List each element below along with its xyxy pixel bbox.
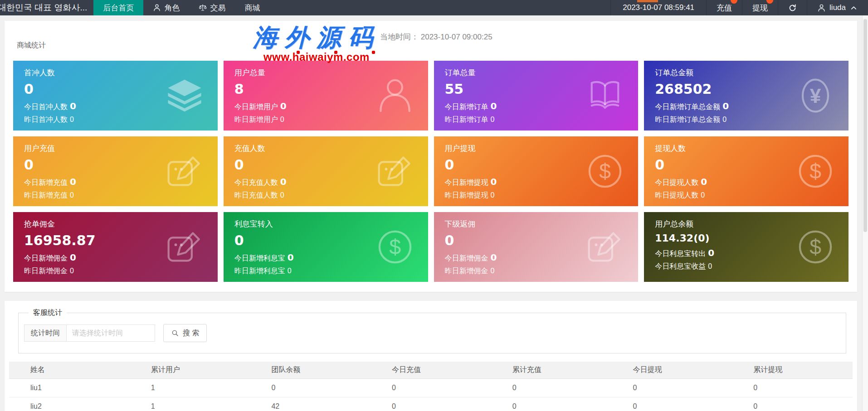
edit-icon bbox=[167, 229, 202, 265]
card-title: 用户充值 bbox=[24, 143, 207, 154]
column-header: 累计充值 bbox=[491, 362, 612, 379]
card-title: 订单总金额 bbox=[655, 68, 838, 78]
card-yesterday-line: 昨日新增佣金0 bbox=[24, 266, 207, 276]
withdraw-label: 提现 bbox=[752, 3, 768, 13]
dollar-icon: $ bbox=[798, 154, 833, 189]
table-cell: 0 bbox=[612, 379, 732, 397]
search-button[interactable]: 搜 索 bbox=[163, 324, 207, 342]
column-header: 累计提现 bbox=[732, 362, 853, 379]
local-time-value: 2023-10-07 09:00:25 bbox=[421, 33, 493, 41]
column-header: 累计用户 bbox=[130, 362, 250, 379]
scales-icon bbox=[199, 4, 207, 12]
card-title: 下级返佣 bbox=[445, 219, 628, 229]
stat-card: 利息宝转入 0 今日新增利息宝0 昨日新增利息宝0 $ bbox=[224, 212, 428, 282]
svg-text:¥: ¥ bbox=[810, 85, 821, 107]
table-cell: 0 bbox=[732, 397, 853, 411]
refresh-icon bbox=[788, 4, 797, 12]
edit-icon bbox=[587, 229, 623, 265]
tab-trade-label: 交易 bbox=[210, 3, 225, 13]
card-title: 首冲人数 bbox=[24, 68, 207, 78]
user-icon bbox=[153, 4, 161, 12]
dollar-icon: $ bbox=[798, 229, 833, 265]
card-title: 用户总量 bbox=[234, 68, 417, 78]
card-yesterday-line: 昨日新增佣金0 bbox=[445, 266, 628, 276]
user-menu[interactable]: liuda bbox=[807, 0, 868, 15]
scrollbar[interactable] bbox=[862, 15, 868, 411]
card-title: 提现人数 bbox=[655, 143, 838, 154]
card-yesterday-line: 昨日新增提现0 bbox=[445, 191, 628, 200]
table-cell: 0 bbox=[491, 397, 612, 411]
stat-card: 用户总量 8 今日新增用户0 昨日新增用户0 bbox=[224, 61, 428, 131]
recharge-label: 充值 bbox=[717, 3, 732, 13]
svg-text:$: $ bbox=[809, 160, 821, 183]
scrollbar-thumb[interactable] bbox=[863, 19, 867, 232]
table-header-row: 姓名累计用户团队余额今日充值累计充值今日提现累计提现 bbox=[9, 362, 853, 379]
tab-mall[interactable]: 商城 bbox=[235, 0, 269, 15]
stat-card: 下级返佣 0 今日新增佣金0 昨日新增佣金0 bbox=[434, 212, 639, 282]
column-header: 今日充值 bbox=[371, 362, 491, 379]
column-header: 姓名 bbox=[9, 362, 130, 379]
stat-card: 用户总余额 114.32(0) 今日利息宝转出0 今日利息宝收益0 $ bbox=[644, 212, 848, 282]
table-row: liu21420000 bbox=[9, 397, 853, 411]
card-yesterday-line: 昨日充值人数0 bbox=[234, 191, 417, 200]
card-title: 抢单佣金 bbox=[24, 219, 207, 229]
table-cell: liu1 bbox=[9, 379, 130, 397]
mall-stats-panel: 海外源码 www.haiwaiym.com 当地时间： 2023-10-07 0… bbox=[5, 21, 857, 292]
table-row: liu1100000 bbox=[9, 379, 853, 397]
card-yesterday-line: 昨日新增订单总金额0 bbox=[655, 115, 838, 125]
svg-text:$: $ bbox=[599, 160, 611, 183]
table-cell: liu2 bbox=[9, 397, 130, 411]
yen-icon: ¥ bbox=[798, 78, 833, 113]
stat-time-input[interactable] bbox=[66, 324, 155, 342]
username: liuda bbox=[829, 3, 846, 12]
table-cell: 0 bbox=[371, 379, 491, 397]
tab-roles-label: 角色 bbox=[164, 3, 180, 13]
dollar-icon: $ bbox=[377, 229, 413, 265]
topbar: 대한민국 대표 영화사... 后台首页 角色 交易 商城 2023-10-07 … bbox=[0, 0, 868, 15]
stat-card: 首冲人数 0 今日首冲人数0 昨日首冲人数0 bbox=[13, 61, 218, 131]
table-cell: 0 bbox=[491, 379, 612, 397]
stats-grid: 首冲人数 0 今日首冲人数0 昨日首冲人数0 用户总量 8 今日新增用户0 昨日… bbox=[13, 61, 848, 282]
tab-dashboard[interactable]: 后台首页 bbox=[93, 0, 143, 15]
tab-trade[interactable]: 交易 bbox=[189, 0, 235, 15]
main-nav: 后台首页 角色 交易 商城 bbox=[93, 0, 269, 15]
edit-icon bbox=[167, 154, 202, 189]
table-cell: 0 bbox=[250, 379, 371, 397]
withdraw-nav-item[interactable]: 提现 bbox=[742, 0, 778, 15]
table-cell: 0 bbox=[371, 397, 491, 411]
stat-card: 用户充值 0 今日新增充值0 昨日新增充值0 bbox=[13, 136, 218, 206]
card-yesterday-line: 昨日新增充值0 bbox=[24, 191, 207, 200]
card-yesterday-line: 昨日首冲人数0 bbox=[24, 115, 207, 125]
refresh-button[interactable] bbox=[778, 0, 807, 15]
server-datetime: 2023-10-07 08:59:41 bbox=[610, 0, 706, 15]
table-cell: 1 bbox=[130, 379, 250, 397]
tab-dashboard-label: 后台首页 bbox=[103, 3, 134, 13]
table-body: liu1100000liu21420000liu3341.340000 bbox=[9, 379, 853, 411]
card-title: 利息宝转入 bbox=[234, 219, 417, 229]
card-title: 充值人数 bbox=[234, 143, 417, 154]
table-cell: 0 bbox=[612, 397, 732, 411]
svg-text:$: $ bbox=[809, 235, 821, 259]
column-header: 今日提现 bbox=[612, 362, 732, 379]
service-table: 姓名累计用户团队余额今日充值累计充值今日提现累计提现 liu1100000liu… bbox=[9, 362, 853, 411]
tab-roles[interactable]: 角色 bbox=[143, 0, 189, 15]
recharge-nav-item[interactable]: 充值 bbox=[706, 0, 742, 15]
main-content: 海外源码 www.haiwaiym.com 当地时间： 2023-10-07 0… bbox=[0, 15, 868, 411]
server-datetime-text: 2023-10-07 08:59:41 bbox=[623, 3, 694, 12]
table-cell: 0 bbox=[732, 379, 853, 397]
stat-card: 订单总量 55 今日新增订单0 昨日新增订单0 bbox=[434, 61, 639, 131]
card-yesterday-line: 昨日新增订单0 bbox=[445, 115, 628, 125]
card-yesterday-line: 昨日提现人数0 bbox=[655, 191, 838, 200]
book-icon bbox=[587, 78, 623, 113]
chevron-up-icon bbox=[849, 4, 858, 12]
table-cell: 42 bbox=[250, 397, 371, 411]
clipped-text-fragment bbox=[637, 0, 658, 2]
stat-card: 用户提现 0 今日新增提现0 昨日新增提现0 $ bbox=[434, 136, 639, 206]
filter-form: 统计时间 搜 索 bbox=[24, 324, 838, 342]
stat-card: 提现人数 0 今日提现人数0 昨日提现人数0 $ bbox=[644, 136, 848, 206]
stat-card: 订单总金额 268502 今日新增订单总金额0 昨日新增订单总金额0 ¥ bbox=[644, 61, 848, 131]
local-time: 当地时间： 2023-10-07 09:00:25 bbox=[380, 32, 493, 42]
edit-icon bbox=[377, 154, 413, 189]
search-button-label: 搜 索 bbox=[183, 329, 199, 338]
layers-icon bbox=[167, 78, 202, 113]
